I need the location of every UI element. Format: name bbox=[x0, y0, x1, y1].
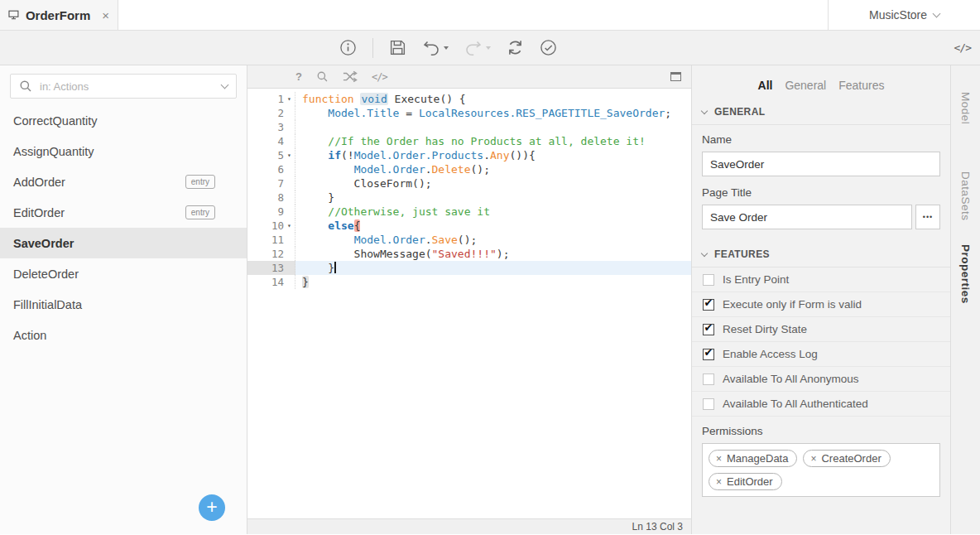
remove-tag-icon[interactable]: × bbox=[810, 454, 816, 464]
sidebar-item-saveorder[interactable]: SaveOrder bbox=[0, 228, 247, 258]
line-number-gutter[interactable]: 4 bbox=[247, 134, 295, 148]
code-line[interactable]: 7 CloseForm(); bbox=[247, 176, 691, 190]
code-line[interactable]: 11 Model.Order.Save(); bbox=[247, 233, 691, 247]
line-number-gutter[interactable]: 14 bbox=[247, 275, 295, 289]
actions-search-box[interactable] bbox=[10, 74, 237, 99]
feature-row-available-to-all-anonymous[interactable]: Available To All Anonymous bbox=[692, 367, 950, 392]
validate-button[interactable] bbox=[540, 39, 557, 56]
code-line[interactable]: 4 //If the Order has no Products at all,… bbox=[247, 134, 691, 148]
feature-row-execute-only-if-form-is-valid[interactable]: ✔Execute only if Form is valid bbox=[692, 292, 950, 317]
search-input[interactable] bbox=[40, 80, 214, 93]
redo-button[interactable] bbox=[464, 39, 491, 56]
checkbox-label: Available To All Anonymous bbox=[723, 373, 859, 385]
feature-row-is-entry-point[interactable]: Is Entry Point bbox=[692, 268, 950, 292]
info-button[interactable] bbox=[339, 39, 357, 56]
permission-tag-editorder[interactable]: ×EditOrder bbox=[709, 473, 782, 490]
line-number-gutter[interactable]: 11 bbox=[247, 233, 295, 247]
code-token: Any bbox=[490, 149, 509, 161]
project-switcher[interactable]: MusicStore bbox=[828, 0, 980, 30]
rail-tab-model[interactable]: Model bbox=[959, 92, 972, 124]
editor-search-button[interactable] bbox=[316, 70, 329, 83]
editor-code-button[interactable]: </> bbox=[372, 71, 387, 83]
checkbox[interactable]: ✔ bbox=[703, 299, 714, 311]
code-line[interactable]: 3 bbox=[247, 120, 691, 134]
tab-general[interactable]: General bbox=[785, 79, 826, 92]
code-line[interactable]: 2 Model.Title = LocalResources.RES_PAGET… bbox=[247, 106, 691, 120]
refresh-button[interactable] bbox=[507, 39, 524, 56]
feature-row-reset-dirty-state[interactable]: ✔Reset Dirty State bbox=[692, 317, 950, 342]
checkbox-label: Is Entry Point bbox=[723, 273, 789, 286]
sidebar-item-addorder[interactable]: AddOrderentry bbox=[0, 166, 247, 197]
remove-tag-icon[interactable]: × bbox=[716, 454, 722, 464]
name-input[interactable] bbox=[702, 152, 940, 176]
page-title-ellipsis-button[interactable]: ••• bbox=[915, 205, 940, 229]
page-title-label: Page Title bbox=[702, 186, 940, 199]
checkbox[interactable] bbox=[703, 398, 714, 410]
permissions-tag-box[interactable]: ×ManageData×CreateOrder×EditOrder bbox=[702, 443, 940, 497]
permission-tag-label: EditOrder bbox=[727, 475, 773, 488]
sidebar-item-fillinitialdata[interactable]: FillInitialData bbox=[0, 289, 247, 320]
line-number-gutter[interactable]: 13 bbox=[247, 261, 295, 275]
feature-row-enable-access-log[interactable]: ✔Enable Access Log bbox=[692, 342, 950, 367]
fold-caret-icon[interactable]: ▾ bbox=[284, 92, 295, 106]
tab-features[interactable]: Features bbox=[838, 79, 884, 92]
add-action-button[interactable]: + bbox=[199, 494, 225, 521]
checkbox[interactable]: ✔ bbox=[703, 324, 714, 335]
search-scope-chevron-icon[interactable] bbox=[221, 80, 229, 89]
code-area[interactable]: 1▾function void Execute() {2 Model.Title… bbox=[247, 89, 691, 518]
redo-dropdown-caret[interactable] bbox=[486, 46, 491, 50]
code-token: Execute() { bbox=[388, 93, 466, 105]
line-number-gutter[interactable]: 1▾ bbox=[247, 92, 295, 106]
line-number-gutter[interactable]: 2 bbox=[247, 106, 295, 120]
line-number-gutter[interactable]: 8 bbox=[247, 190, 295, 205]
sidebar-item-assignquantity[interactable]: AssignQuantity bbox=[0, 136, 247, 166]
help-button[interactable]: ? bbox=[295, 70, 302, 83]
line-number-gutter[interactable]: 10▾ bbox=[247, 219, 295, 233]
code-line[interactable]: 9 //Otherwise, just save it bbox=[247, 205, 691, 219]
line-number-gutter[interactable]: 6 bbox=[247, 162, 295, 176]
code-line[interactable]: 8 } bbox=[247, 190, 691, 205]
section-general-header[interactable]: GENERAL bbox=[692, 97, 950, 125]
checkbox[interactable]: ✔ bbox=[703, 349, 714, 360]
section-features-header[interactable]: FEATURES bbox=[692, 239, 950, 268]
remove-tag-icon[interactable]: × bbox=[716, 477, 722, 487]
line-number-gutter[interactable]: 12 bbox=[247, 247, 295, 261]
code-line[interactable]: 14} bbox=[247, 275, 691, 289]
tab-orderform[interactable]: OrderForm × bbox=[0, 0, 118, 30]
save-button[interactable] bbox=[389, 39, 406, 56]
permission-tag-createorder[interactable]: ×CreateOrder bbox=[803, 450, 890, 467]
code-line[interactable]: 5▾ if(!Model.Order.Products.Any()){ bbox=[247, 148, 691, 162]
code-line[interactable]: 13 } bbox=[247, 261, 691, 275]
line-number-gutter[interactable]: 5▾ bbox=[247, 148, 295, 162]
line-number-gutter[interactable]: 3 bbox=[247, 120, 295, 134]
maximize-icon[interactable] bbox=[670, 72, 681, 81]
checkbox[interactable] bbox=[703, 374, 714, 385]
sidebar-item-editorder[interactable]: EditOrderentry bbox=[0, 197, 247, 228]
action-item-label: DeleteOrder bbox=[13, 268, 79, 281]
undo-dropdown-caret[interactable] bbox=[444, 46, 449, 50]
fold-caret-icon[interactable]: ▾ bbox=[284, 219, 295, 233]
code-view-toggle[interactable]: </> bbox=[954, 31, 971, 65]
line-number-gutter[interactable]: 9 bbox=[247, 205, 295, 219]
checkbox[interactable] bbox=[703, 274, 714, 286]
code-line[interactable]: 10▾ else{ bbox=[247, 219, 691, 233]
sidebar-item-deleteorder[interactable]: DeleteOrder bbox=[0, 258, 247, 289]
app-window: OrderForm × MusicStore bbox=[0, 0, 980, 535]
line-number-gutter[interactable]: 7 bbox=[247, 176, 295, 190]
shuffle-button[interactable] bbox=[343, 70, 358, 83]
fold-caret-icon[interactable]: ▾ bbox=[284, 148, 295, 162]
code-token: } bbox=[302, 276, 309, 288]
sidebar-item-correctquantity[interactable]: CorrectQuantity bbox=[0, 105, 247, 136]
code-line[interactable]: 1▾function void Execute() { bbox=[247, 92, 691, 106]
code-line[interactable]: 6 Model.Order.Delete(); bbox=[247, 162, 691, 176]
feature-row-available-to-all-authenticated[interactable]: Available To All Authenticated bbox=[692, 392, 950, 417]
permission-tag-managedata[interactable]: ×ManageData bbox=[709, 450, 797, 467]
tab-all[interactable]: All bbox=[758, 79, 773, 92]
code-line[interactable]: 12 ShowMessage("Saved!!!"); bbox=[247, 247, 691, 261]
rail-tab-datasets[interactable]: DataSets bbox=[959, 171, 972, 221]
tab-close-icon[interactable]: × bbox=[102, 9, 109, 22]
undo-button[interactable] bbox=[422, 39, 449, 56]
page-title-input[interactable] bbox=[702, 205, 912, 229]
sidebar-item-action[interactable]: Action bbox=[0, 320, 247, 350]
rail-tab-properties[interactable]: Properties bbox=[959, 244, 972, 304]
